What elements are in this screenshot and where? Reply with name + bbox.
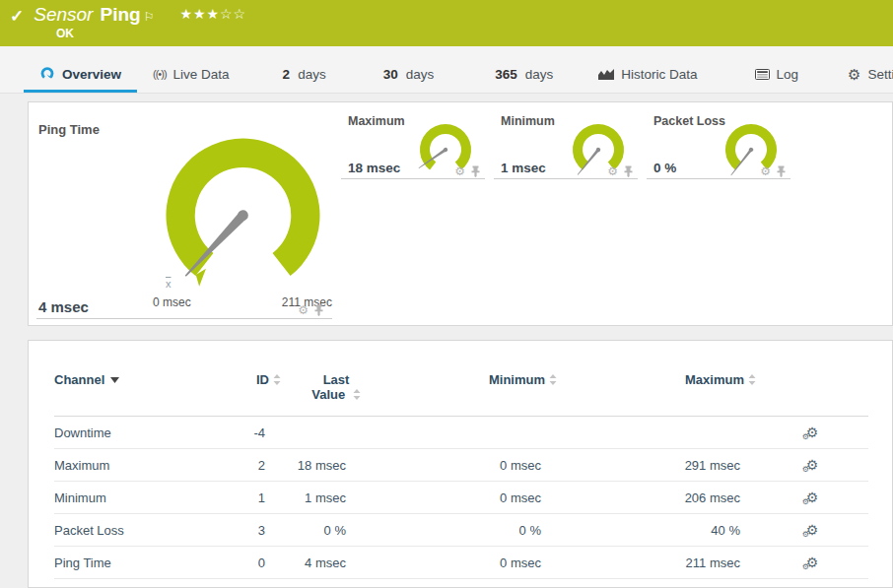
column-header-settings — [756, 366, 868, 417]
tab-historic-data[interactable]: Historic Data — [583, 46, 713, 93]
table-row[interactable]: Maximum 2 18 msec 0 msec 291 msec ⚙⚙ — [54, 449, 868, 482]
tab-overview[interactable]: Overview — [24, 46, 137, 93]
channel-last-value: 18 msec — [281, 449, 362, 482]
pin-icon[interactable] — [776, 165, 787, 177]
pin-icon[interactable] — [470, 165, 481, 177]
gear-icon[interactable]: ⚙ — [454, 165, 465, 177]
average-marker: x — [166, 278, 172, 290]
ping-time-value: 4 msec — [38, 298, 89, 315]
gear-icon[interactable]: ⚙ — [298, 304, 309, 316]
table-row[interactable]: Packet Loss 3 0 % 0 % 40 % ⚙⚙ — [54, 514, 868, 547]
channel-minimum: 0 msec — [362, 482, 557, 514]
sort-icon — [748, 373, 756, 388]
minimum-value: 1 msec — [501, 161, 546, 175]
tab-365-days-unit: days — [525, 67, 554, 82]
sensor-header: ✓ Sensor Ping ⚐ ★★★☆☆ OK — [0, 0, 893, 46]
sort-desc-icon — [110, 371, 119, 386]
minimum-title: Minimum — [501, 114, 555, 128]
tab-live-data[interactable]: ((•)) Live Data — [137, 46, 245, 93]
ok-check-icon: ✓ — [10, 6, 24, 27]
ping-time-gauge-block: Ping Time x 0 msec 211 msec 4 msec ⚙ — [36, 114, 332, 319]
channel-minimum: 0 msec — [362, 547, 557, 579]
pin-icon[interactable] — [623, 165, 634, 177]
channel-last-value — [281, 417, 362, 449]
tab-365-days[interactable]: 365 days — [479, 46, 569, 93]
channel-maximum: 291 msec — [557, 449, 756, 482]
channel-settings-icon[interactable]: ⚙⚙ — [806, 523, 819, 538]
gear-icon[interactable]: ⚙ — [607, 165, 618, 177]
channel-minimum: 0 % — [362, 514, 557, 547]
tab-log[interactable]: Log — [739, 46, 815, 93]
channel-name[interactable]: Downtime — [54, 417, 212, 449]
packet-loss-gauge-block: Packet Loss 0 % ⚙ — [647, 114, 790, 179]
channel-name[interactable]: Maximum — [54, 449, 212, 482]
sensor-type-label: Sensor — [34, 4, 93, 26]
channels-table: Channel ID Last Value Minimum Maximum — [54, 366, 868, 579]
tab-historic-data-label: Historic Data — [621, 67, 697, 82]
broadcast-icon: ((•)) — [153, 68, 167, 80]
sensor-name: Ping — [100, 4, 140, 26]
log-icon — [755, 69, 770, 80]
tab-30-days-unit: days — [406, 67, 435, 82]
channel-name[interactable]: Minimum — [54, 482, 212, 514]
channel-settings-icon[interactable]: ⚙⚙ — [806, 555, 819, 570]
maximum-title: Maximum — [348, 114, 405, 128]
channel-minimum: 0 msec — [362, 449, 557, 482]
tab-bar: Overview ((•)) Live Data 2 days 30 days … — [0, 46, 893, 94]
minimum-gauge-block: Minimum 1 msec ⚙ — [494, 114, 638, 179]
channel-maximum: 211 msec — [557, 547, 756, 579]
channel-name[interactable]: Ping Time — [54, 547, 212, 579]
table-row[interactable]: Minimum 1 1 msec 0 msec 206 msec ⚙⚙ — [54, 482, 868, 514]
table-row[interactable]: Ping Time 0 4 msec 0 msec 211 msec ⚙⚙ — [54, 547, 868, 579]
pin-icon[interactable] — [313, 304, 324, 316]
channel-id: 3 — [212, 514, 281, 547]
table-row[interactable]: Downtime -4 ⚙⚙ — [54, 417, 868, 449]
tab-30-days-num: 30 — [383, 67, 398, 82]
sort-icon — [273, 373, 281, 388]
gauges-panel: Ping Time x 0 msec 211 msec 4 msec ⚙ Max… — [28, 101, 893, 326]
packet-loss-value: 0 % — [653, 161, 676, 175]
maximum-gauge-block: Maximum 18 msec ⚙ — [341, 114, 485, 179]
table-header-row: Channel ID Last Value Minimum Maximum — [54, 366, 868, 417]
gauge-min-label: 0 msec — [153, 295, 191, 309]
gear-icon: ⚙ — [848, 67, 860, 82]
sort-icon — [353, 388, 361, 403]
column-header-last-value[interactable]: Last Value — [281, 366, 362, 417]
tab-30-days[interactable]: 30 days — [368, 46, 450, 93]
sort-icon — [549, 373, 557, 388]
channel-last-value: 1 msec — [281, 482, 362, 514]
channel-settings-icon[interactable]: ⚙⚙ — [806, 490, 819, 505]
tab-settings-label: Settings — [868, 67, 893, 82]
channel-maximum — [557, 417, 756, 449]
tab-2-days-num: 2 — [283, 67, 291, 82]
column-header-id[interactable]: ID — [212, 366, 281, 417]
channel-settings-icon[interactable]: ⚙⚙ — [806, 458, 819, 473]
gear-icon[interactable]: ⚙ — [760, 165, 771, 177]
channel-minimum — [362, 417, 557, 449]
channels-panel: Channel ID Last Value Minimum Maximum — [28, 340, 893, 588]
gauge-icon — [39, 66, 55, 82]
column-header-maximum[interactable]: Maximum — [557, 366, 756, 417]
channel-name[interactable]: Packet Loss — [54, 514, 212, 547]
channel-id: 1 — [212, 482, 281, 514]
tab-log-label: Log — [777, 67, 799, 82]
channel-last-value: 0 % — [281, 514, 362, 547]
channel-settings-icon[interactable]: ⚙⚙ — [806, 425, 819, 440]
channel-maximum: 40 % — [557, 514, 756, 547]
tab-2-days[interactable]: 2 days — [267, 46, 342, 93]
ping-time-title: Ping Time — [38, 122, 100, 137]
channel-maximum: 206 msec — [557, 482, 756, 514]
status-badge: OK — [56, 27, 893, 40]
channel-last-value: 4 msec — [281, 547, 362, 579]
tab-overview-label: Overview — [62, 67, 121, 82]
column-header-channel[interactable]: Channel — [54, 366, 212, 417]
flag-icon[interactable]: ⚐ — [144, 10, 155, 24]
channel-id: -4 — [212, 417, 281, 449]
star-rating[interactable]: ★★★☆☆ — [179, 6, 246, 22]
chart-icon — [598, 68, 614, 80]
column-header-minimum[interactable]: Minimum — [362, 366, 557, 417]
ping-time-gauge — [147, 124, 339, 316]
channel-id: 0 — [212, 547, 281, 579]
tab-settings[interactable]: ⚙ Settings — [832, 46, 893, 93]
tab-365-days-num: 365 — [495, 67, 517, 82]
